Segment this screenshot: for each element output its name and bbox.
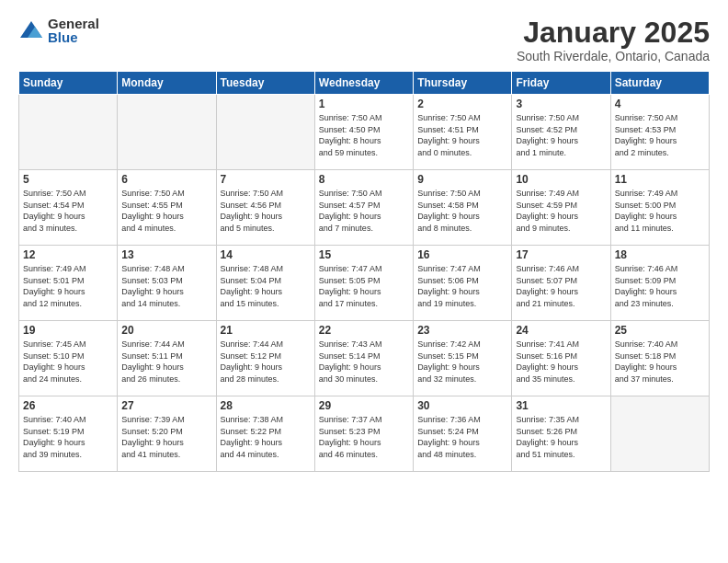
day-number: 15 — [319, 248, 409, 261]
day-number: 16 — [417, 248, 507, 261]
header-sunday: Sunday — [19, 72, 118, 95]
header-tuesday: Tuesday — [216, 72, 314, 95]
day-info: Sunrise: 7:37 AM Sunset: 5:23 PM Dayligh… — [319, 414, 409, 460]
table-row: 27Sunrise: 7:39 AM Sunset: 5:20 PM Dayli… — [118, 396, 216, 472]
days-header-row: Sunday Monday Tuesday Wednesday Thursday… — [19, 72, 710, 95]
table-row: 2Sunrise: 7:50 AM Sunset: 4:51 PM Daylig… — [414, 95, 512, 170]
day-info: Sunrise: 7:50 AM Sunset: 4:50 PM Dayligh… — [319, 112, 409, 158]
day-info: Sunrise: 7:47 AM Sunset: 5:06 PM Dayligh… — [417, 263, 507, 309]
day-info: Sunrise: 7:42 AM Sunset: 5:15 PM Dayligh… — [417, 339, 507, 385]
day-number: 22 — [319, 324, 409, 337]
day-number: 10 — [516, 173, 606, 186]
day-info: Sunrise: 7:35 AM Sunset: 5:26 PM Dayligh… — [516, 414, 606, 460]
calendar-table: Sunday Monday Tuesday Wednesday Thursday… — [18, 71, 710, 472]
day-info: Sunrise: 7:45 AM Sunset: 5:10 PM Dayligh… — [23, 339, 113, 385]
table-row: 13Sunrise: 7:48 AM Sunset: 5:03 PM Dayli… — [118, 246, 216, 321]
day-number: 21 — [221, 324, 311, 337]
day-info: Sunrise: 7:43 AM Sunset: 5:14 PM Dayligh… — [319, 339, 409, 385]
logo-icon — [18, 17, 44, 43]
day-info: Sunrise: 7:46 AM Sunset: 5:09 PM Dayligh… — [615, 263, 705, 309]
table-row: 1Sunrise: 7:50 AM Sunset: 4:50 PM Daylig… — [314, 95, 413, 170]
table-row: 31Sunrise: 7:35 AM Sunset: 5:26 PM Dayli… — [512, 396, 610, 472]
logo-text: General Blue — [48, 17, 99, 44]
day-number: 20 — [121, 324, 211, 337]
table-row: 24Sunrise: 7:41 AM Sunset: 5:16 PM Dayli… — [512, 321, 610, 396]
header: General Blue January 2025 South Riverdal… — [18, 17, 710, 63]
day-info: Sunrise: 7:36 AM Sunset: 5:24 PM Dayligh… — [417, 414, 507, 460]
table-row: 29Sunrise: 7:37 AM Sunset: 5:23 PM Dayli… — [314, 396, 413, 472]
day-number: 28 — [221, 399, 311, 412]
day-number: 3 — [516, 98, 606, 110]
table-row: 23Sunrise: 7:42 AM Sunset: 5:15 PM Dayli… — [414, 321, 512, 396]
table-row: 8Sunrise: 7:50 AM Sunset: 4:57 PM Daylig… — [314, 170, 413, 246]
table-row: 9Sunrise: 7:50 AM Sunset: 4:58 PM Daylig… — [414, 170, 512, 246]
day-number: 13 — [121, 248, 211, 261]
table-row: 28Sunrise: 7:38 AM Sunset: 5:22 PM Dayli… — [216, 396, 314, 472]
calendar-subtitle: South Riverdale, Ontario, Canada — [517, 49, 710, 63]
day-number: 6 — [121, 173, 211, 186]
day-info: Sunrise: 7:49 AM Sunset: 4:59 PM Dayligh… — [516, 188, 606, 234]
table-row — [610, 396, 709, 472]
calendar-week-row: 1Sunrise: 7:50 AM Sunset: 4:50 PM Daylig… — [19, 95, 710, 170]
day-info: Sunrise: 7:48 AM Sunset: 5:04 PM Dayligh… — [221, 263, 311, 309]
calendar-week-row: 5Sunrise: 7:50 AM Sunset: 4:54 PM Daylig… — [19, 170, 710, 246]
day-number: 5 — [23, 173, 113, 186]
day-info: Sunrise: 7:38 AM Sunset: 5:22 PM Dayligh… — [221, 414, 311, 460]
table-row — [19, 95, 118, 170]
header-thursday: Thursday — [414, 72, 512, 95]
table-row: 5Sunrise: 7:50 AM Sunset: 4:54 PM Daylig… — [19, 170, 118, 246]
day-info: Sunrise: 7:41 AM Sunset: 5:16 PM Dayligh… — [516, 339, 606, 385]
table-row: 20Sunrise: 7:44 AM Sunset: 5:11 PM Dayli… — [118, 321, 216, 396]
day-number: 9 — [417, 173, 507, 186]
day-number: 30 — [417, 399, 507, 412]
day-number: 24 — [516, 324, 606, 337]
day-info: Sunrise: 7:50 AM Sunset: 4:53 PM Dayligh… — [615, 112, 705, 158]
header-monday: Monday — [118, 72, 216, 95]
day-info: Sunrise: 7:50 AM Sunset: 4:58 PM Dayligh… — [417, 188, 507, 234]
day-number: 31 — [516, 399, 606, 412]
day-number: 19 — [23, 324, 113, 337]
day-number: 23 — [417, 324, 507, 337]
day-number: 4 — [615, 98, 705, 110]
table-row: 11Sunrise: 7:49 AM Sunset: 5:00 PM Dayli… — [610, 170, 709, 246]
day-number: 27 — [121, 399, 211, 412]
table-row: 25Sunrise: 7:40 AM Sunset: 5:18 PM Dayli… — [610, 321, 709, 396]
day-info: Sunrise: 7:44 AM Sunset: 5:12 PM Dayligh… — [221, 339, 311, 385]
calendar-title: January 2025 — [517, 17, 710, 49]
day-info: Sunrise: 7:50 AM Sunset: 4:54 PM Dayligh… — [23, 188, 113, 234]
day-number: 29 — [319, 399, 409, 412]
table-row: 16Sunrise: 7:47 AM Sunset: 5:06 PM Dayli… — [414, 246, 512, 321]
day-info: Sunrise: 7:44 AM Sunset: 5:11 PM Dayligh… — [121, 339, 211, 385]
calendar-week-row: 26Sunrise: 7:40 AM Sunset: 5:19 PM Dayli… — [19, 396, 710, 472]
table-row: 15Sunrise: 7:47 AM Sunset: 5:05 PM Dayli… — [314, 246, 413, 321]
day-info: Sunrise: 7:48 AM Sunset: 5:03 PM Dayligh… — [121, 263, 211, 309]
table-row: 21Sunrise: 7:44 AM Sunset: 5:12 PM Dayli… — [216, 321, 314, 396]
day-info: Sunrise: 7:50 AM Sunset: 4:51 PM Dayligh… — [417, 112, 507, 158]
table-row: 18Sunrise: 7:46 AM Sunset: 5:09 PM Dayli… — [610, 246, 709, 321]
day-info: Sunrise: 7:50 AM Sunset: 4:56 PM Dayligh… — [221, 188, 311, 234]
table-row: 12Sunrise: 7:49 AM Sunset: 5:01 PM Dayli… — [19, 246, 118, 321]
day-info: Sunrise: 7:50 AM Sunset: 4:52 PM Dayligh… — [516, 112, 606, 158]
day-info: Sunrise: 7:50 AM Sunset: 4:57 PM Dayligh… — [319, 188, 409, 234]
day-number: 18 — [615, 248, 705, 261]
day-number: 11 — [615, 173, 705, 186]
title-area: January 2025 South Riverdale, Ontario, C… — [517, 17, 710, 63]
day-info: Sunrise: 7:40 AM Sunset: 5:19 PM Dayligh… — [23, 414, 113, 460]
day-number: 17 — [516, 248, 606, 261]
table-row: 26Sunrise: 7:40 AM Sunset: 5:19 PM Dayli… — [19, 396, 118, 472]
calendar-week-row: 12Sunrise: 7:49 AM Sunset: 5:01 PM Dayli… — [19, 246, 710, 321]
day-info: Sunrise: 7:40 AM Sunset: 5:18 PM Dayligh… — [615, 339, 705, 385]
day-number: 12 — [23, 248, 113, 261]
table-row: 30Sunrise: 7:36 AM Sunset: 5:24 PM Dayli… — [414, 396, 512, 472]
day-number: 1 — [319, 98, 409, 110]
day-info: Sunrise: 7:39 AM Sunset: 5:20 PM Dayligh… — [121, 414, 211, 460]
header-friday: Friday — [512, 72, 610, 95]
calendar-week-row: 19Sunrise: 7:45 AM Sunset: 5:10 PM Dayli… — [19, 321, 710, 396]
header-saturday: Saturday — [610, 72, 709, 95]
table-row: 4Sunrise: 7:50 AM Sunset: 4:53 PM Daylig… — [610, 95, 709, 170]
table-row: 10Sunrise: 7:49 AM Sunset: 4:59 PM Dayli… — [512, 170, 610, 246]
day-number: 7 — [221, 173, 311, 186]
table-row — [216, 95, 314, 170]
header-wednesday: Wednesday — [314, 72, 413, 95]
day-number: 26 — [23, 399, 113, 412]
